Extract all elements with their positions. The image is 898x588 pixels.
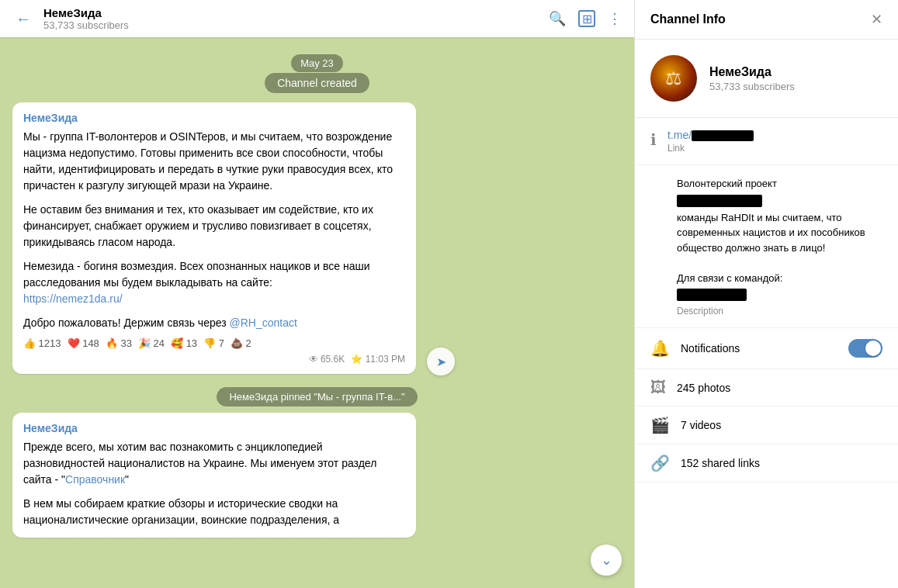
reaction-confetti: 🎉 24 xyxy=(138,337,165,349)
shared-links-row[interactable]: 🔗 152 shared links xyxy=(635,444,898,483)
layout-icon[interactable]: ⊞ xyxy=(578,10,595,27)
info-panel: Channel Info ✕ НемеЗида 53,733 subscribe… xyxy=(634,0,898,588)
forward-button[interactable]: ➤ xyxy=(427,348,455,375)
message-bubble: НемеЗида Мы - группа IT-волонтеров и OSI… xyxy=(12,102,416,374)
reaction-thumbsdown: 👎 7 xyxy=(203,337,224,349)
videos-icon: 🎬 xyxy=(650,416,670,434)
справочник-link[interactable]: Справочник xyxy=(65,473,125,486)
channel-profile: НемеЗида 53,733 subscribers xyxy=(635,40,898,118)
message-text: Мы - группа IT-волонтеров и OSINTeров, и… xyxy=(23,129,405,331)
reaction-thumbsup: 👍 1213 xyxy=(23,337,61,349)
scroll-down-button[interactable]: ⌄ xyxy=(591,545,622,576)
header-actions: 🔍 ⊞ ⋮ xyxy=(549,10,622,27)
message-text-2: Прежде всего, мы хотим вас познакомить с… xyxy=(23,439,405,528)
chat-subscribers: 53,733 subscribers xyxy=(43,19,539,31)
channel-subs-count: 53,733 subscribers xyxy=(709,81,882,92)
date-badge: May 23 xyxy=(12,56,622,70)
notifications-row: 🔔 Notifications xyxy=(635,328,898,369)
notifications-label: Notifications xyxy=(681,342,837,355)
site-link[interactable]: https://nemez1da.ru/ xyxy=(23,292,123,305)
contact-mention[interactable]: @RH_contact xyxy=(230,316,297,329)
link-section: ℹ t.me/ Link xyxy=(635,118,898,165)
info-icon: ℹ xyxy=(650,130,657,149)
redacted-link xyxy=(692,130,754,141)
channel-avatar xyxy=(650,55,697,102)
shared-links-icon: 🔗 xyxy=(650,454,670,472)
channel-name-info: НемеЗида 53,733 subscribers xyxy=(709,65,882,92)
message-views: 👁 65.6K xyxy=(309,354,345,365)
info-panel-title: Channel Info xyxy=(650,12,726,26)
pinned-notification: НемеЗида pinned "Мы - группа IT-в..." xyxy=(12,389,622,403)
info-panel-header: Channel Info ✕ xyxy=(635,0,898,40)
more-icon[interactable]: ⋮ xyxy=(608,10,622,27)
close-button[interactable]: ✕ xyxy=(871,11,882,28)
videos-label: 7 videos xyxy=(681,419,721,431)
chat-header: ← НемеЗида 53,733 subscribers 🔍 ⊞ ⋮ xyxy=(0,0,634,37)
back-button[interactable]: ← xyxy=(12,7,34,31)
link-label: Link xyxy=(667,143,882,154)
chat-header-info: НемеЗида 53,733 subscribers xyxy=(43,6,539,31)
photos-label: 245 photos xyxy=(677,382,730,394)
channel-created-badge: Channel created xyxy=(12,76,622,90)
description-section: Волонтерский проект команды RaHDIt и мы … xyxy=(635,165,898,328)
videos-row[interactable]: 🎬 7 videos xyxy=(635,406,898,444)
redacted-contact xyxy=(677,289,747,301)
description-text: Волонтерский проект команды RaHDIt и мы … xyxy=(677,176,882,304)
description-label: Description xyxy=(677,306,882,316)
message-footer: 👁 65.6K ⭐ 11:03 PM xyxy=(23,354,405,365)
message-sender-2: НемеЗида xyxy=(23,422,405,434)
description-content: Волонтерский проект команды RaHDIt и мы … xyxy=(677,176,882,316)
reaction-love: 🥰 13 xyxy=(171,337,197,349)
notifications-toggle[interactable] xyxy=(848,339,882,358)
chat-title: НемеЗида xyxy=(43,6,539,19)
notifications-icon: 🔔 xyxy=(650,339,670,358)
redacted-team xyxy=(677,195,762,207)
avatar-image xyxy=(650,55,697,102)
reaction-heart: ❤️ 148 xyxy=(68,337,99,349)
reaction-poop: 💩 2 xyxy=(231,337,251,349)
link-content: t.me/ Link xyxy=(667,129,882,154)
shared-links-label: 152 shared links xyxy=(681,457,760,469)
chat-messages[interactable]: May 23 Channel created НемеЗида Мы - гру… xyxy=(0,37,634,588)
photos-icon: 🖼 xyxy=(650,379,666,396)
chat-panel: ← НемеЗида 53,733 subscribers 🔍 ⊞ ⋮ May … xyxy=(0,0,634,588)
reaction-fire: 🔥 33 xyxy=(106,337,132,349)
message-sender: НемеЗида xyxy=(23,112,405,124)
link-value[interactable]: t.me/ xyxy=(667,129,882,141)
message-time: ⭐ 11:03 PM xyxy=(351,354,405,365)
channel-name: НемеЗида xyxy=(709,65,882,79)
search-icon[interactable]: 🔍 xyxy=(549,10,566,27)
message-bubble-2: НемеЗида Прежде всего, мы хотим вас позн… xyxy=(12,413,416,538)
photos-row[interactable]: 🖼 245 photos xyxy=(635,369,898,406)
message-reactions: 👍 1213 ❤️ 148 🔥 33 🎉 24 🥰 13 👎 7 💩 2 xyxy=(23,337,405,349)
